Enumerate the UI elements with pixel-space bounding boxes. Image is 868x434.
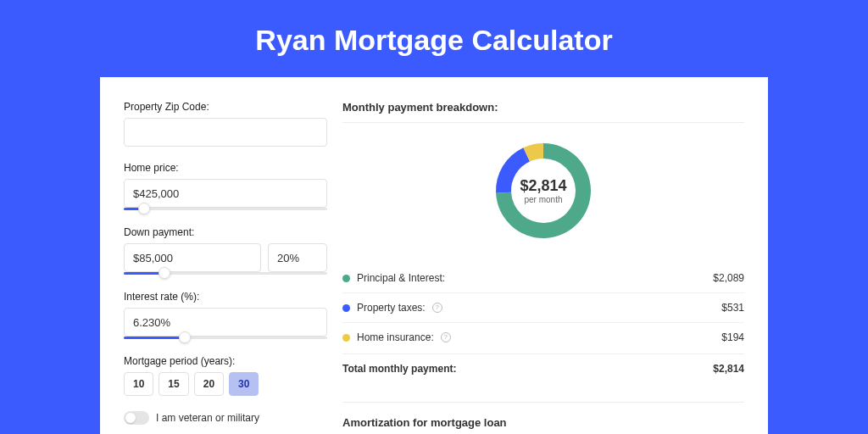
legend-label: Principal & Interest: bbox=[357, 272, 445, 284]
amortization-section: Amortization for mortgage loan Amortizat… bbox=[342, 402, 744, 434]
amortization-title: Amortization for mortgage loan bbox=[342, 416, 744, 429]
period-label: Mortgage period (years): bbox=[124, 355, 327, 367]
period-button-15[interactable]: 15 bbox=[159, 372, 188, 396]
donut-chart-wrap: $2,814 per month bbox=[342, 136, 744, 245]
legend-value: $194 bbox=[721, 331, 744, 343]
page-title: Ryan Mortgage Calculator bbox=[0, 24, 868, 57]
total-label: Total monthly payment: bbox=[342, 363, 456, 375]
down-payment-slider-thumb[interactable] bbox=[159, 267, 170, 279]
interest-rate-slider-thumb[interactable] bbox=[179, 331, 191, 343]
down-payment-percent-input[interactable] bbox=[268, 243, 327, 272]
home-price-input[interactable] bbox=[124, 179, 327, 208]
legend-row: Home insurance:?$194 bbox=[342, 322, 744, 352]
legend-value: $531 bbox=[721, 302, 744, 314]
legend-dot-icon bbox=[342, 304, 350, 312]
period-field: Mortgage period (years): 10152030 bbox=[124, 355, 327, 396]
home-price-label: Home price: bbox=[124, 162, 327, 174]
breakdown-column: Monthly payment breakdown: $2,814 per mo… bbox=[342, 101, 744, 434]
legend-dot-icon bbox=[342, 334, 350, 342]
home-price-field: Home price: bbox=[124, 162, 327, 211]
breakdown-title: Monthly payment breakdown: bbox=[342, 101, 744, 123]
period-button-30[interactable]: 30 bbox=[229, 372, 259, 396]
interest-rate-input[interactable] bbox=[124, 308, 327, 337]
donut-chart: $2,814 per month bbox=[489, 136, 598, 245]
period-button-20[interactable]: 20 bbox=[194, 372, 224, 396]
down-payment-amount-input[interactable] bbox=[124, 243, 261, 272]
veteran-row: I am veteran or military bbox=[124, 411, 327, 425]
form-column: Property Zip Code: Home price: Down paym… bbox=[124, 101, 327, 434]
total-row: Total monthly payment: $2,814 bbox=[342, 353, 744, 383]
home-price-slider[interactable] bbox=[124, 206, 327, 211]
calculator-panel: Property Zip Code: Home price: Down paym… bbox=[100, 77, 768, 434]
donut-center-value: $2,814 bbox=[520, 177, 566, 195]
legend-row: Principal & Interest:$2,089 bbox=[342, 264, 744, 292]
legend-label: Home insurance: bbox=[357, 331, 434, 343]
donut-center-sub: per month bbox=[524, 195, 562, 204]
interest-rate-field: Interest rate (%): bbox=[124, 291, 327, 340]
zip-label: Property Zip Code: bbox=[124, 101, 327, 113]
zip-input[interactable] bbox=[124, 118, 327, 147]
interest-rate-label: Interest rate (%): bbox=[124, 291, 327, 303]
legend-dot-icon bbox=[342, 275, 350, 282]
down-payment-field: Down payment: bbox=[124, 226, 327, 275]
interest-rate-slider[interactable] bbox=[124, 335, 327, 340]
help-icon[interactable]: ? bbox=[441, 332, 451, 342]
veteran-label: I am veteran or military bbox=[156, 412, 259, 424]
veteran-toggle[interactable] bbox=[124, 411, 149, 425]
legend-row: Property taxes:?$531 bbox=[342, 292, 744, 322]
zip-field: Property Zip Code: bbox=[124, 101, 327, 147]
down-payment-label: Down payment: bbox=[124, 226, 327, 238]
legend-label: Property taxes: bbox=[357, 302, 426, 314]
home-price-slider-thumb[interactable] bbox=[138, 203, 150, 214]
help-icon[interactable]: ? bbox=[432, 303, 442, 313]
down-payment-slider[interactable] bbox=[124, 270, 327, 275]
legend-value: $2,089 bbox=[713, 272, 744, 284]
total-value: $2,814 bbox=[713, 363, 744, 375]
period-button-10[interactable]: 10 bbox=[124, 372, 153, 396]
